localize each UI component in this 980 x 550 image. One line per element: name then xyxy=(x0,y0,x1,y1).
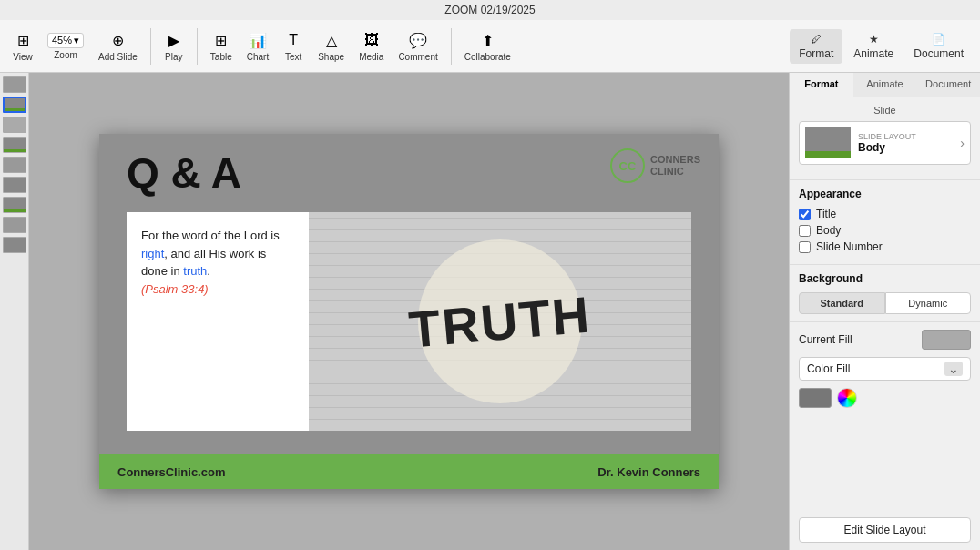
checkbox-title[interactable] xyxy=(799,209,811,220)
footer-left: ConnersClinic.com xyxy=(117,465,225,479)
document-icon: 📄 xyxy=(932,33,945,46)
text-button[interactable]: T Text xyxy=(278,30,309,62)
layout-label: Slide Layout xyxy=(858,132,953,141)
view-button[interactable]: ⊞ View xyxy=(7,30,38,62)
fill-label: Current Fill xyxy=(799,333,852,346)
slide-title: Q & A xyxy=(127,152,691,194)
fill-preview xyxy=(922,330,971,350)
slide-panel xyxy=(0,73,29,550)
checkbox-slide-number-label: Slide Number xyxy=(816,240,883,253)
text-icon: T xyxy=(283,30,303,50)
thumb-container-7 xyxy=(3,197,26,213)
layout-preview[interactable]: Slide Layout Body › xyxy=(799,121,971,165)
checkbox-slide-number-row: Slide Number xyxy=(799,240,971,253)
title-bar: ZOOM 02/19/2025 xyxy=(0,0,980,20)
slide-thumbnail-2[interactable] xyxy=(3,97,26,113)
shape-button[interactable]: △ Shape xyxy=(312,30,350,62)
add-slide-button[interactable]: ⊕ Add Slide xyxy=(93,30,143,62)
color-swatch[interactable] xyxy=(799,388,832,408)
thumb-container-9 xyxy=(3,237,26,253)
comment-button[interactable]: 💬 Comment xyxy=(393,30,443,62)
swatch-row xyxy=(799,388,971,408)
checkbox-title-row: Title xyxy=(799,208,971,220)
color-fill-row[interactable]: Color Fill ⌄ xyxy=(799,357,971,381)
document-tab-button[interactable]: 📄 Document xyxy=(904,29,973,64)
format-tab-button[interactable]: 🖊 Format xyxy=(790,29,842,64)
fill-row: Current Fill xyxy=(799,330,971,350)
logo-text: CONNERSCLINIC xyxy=(650,154,700,178)
collaborate-icon: ⬆ xyxy=(477,30,497,50)
chart-button[interactable]: 📊 Chart xyxy=(241,30,274,62)
slide-thumbnail-3[interactable] xyxy=(3,117,26,133)
slide[interactable]: Q & A CC CONNERSCLINIC For the word of t… xyxy=(99,134,719,489)
slide-thumbnail-8[interactable] xyxy=(3,217,26,233)
divider-1 xyxy=(150,28,151,65)
right-panel: Format Animate Document Slide Slide Layo… xyxy=(789,73,980,550)
media-icon: 🖼 xyxy=(362,30,382,50)
comment-icon: 💬 xyxy=(408,30,428,50)
footer-right: Dr. Kevin Conners xyxy=(597,465,700,479)
checkbox-body-label: Body xyxy=(816,224,841,237)
tab-format[interactable]: Format xyxy=(790,73,853,97)
slide-thumbnail-9[interactable] xyxy=(3,237,26,253)
thumb-container-1 xyxy=(3,76,26,93)
thumb-container-8 xyxy=(3,217,26,233)
color-wheel-button[interactable] xyxy=(837,388,857,408)
fill-section: Current Fill Color Fill ⌄ xyxy=(790,321,980,415)
tab-animate[interactable]: Animate xyxy=(853,73,917,97)
zoom-select[interactable]: 45% ▾ xyxy=(47,33,84,48)
slide-truth-image: TRUTH xyxy=(309,212,691,431)
animate-tab-button[interactable]: ★ Animate xyxy=(844,29,903,64)
standard-button[interactable]: Standard xyxy=(799,292,885,314)
media-button[interactable]: 🖼 Media xyxy=(353,30,389,62)
slide-thumbnail-4[interactable] xyxy=(3,137,26,153)
table-icon: ⊞ xyxy=(211,30,231,50)
thumb-container-6 xyxy=(3,177,26,193)
play-button[interactable]: ▶ Play xyxy=(158,30,189,62)
slide-thumbnail-7[interactable] xyxy=(3,197,26,213)
thumb-container-3 xyxy=(3,117,26,133)
slide-text-box: For the word of the Lord is right, and a… xyxy=(127,212,309,431)
layout-info: Slide Layout Body xyxy=(858,132,953,154)
chevron-down-icon-fill: ⌄ xyxy=(944,362,963,376)
slide-thumbnail-1[interactable] xyxy=(3,76,26,93)
chevron-down-icon: › xyxy=(960,136,965,150)
appearance-section: Appearance Title Body Slide Number xyxy=(790,179,980,264)
checkbox-slide-number[interactable] xyxy=(799,241,811,253)
slide-thumbnail-5[interactable] xyxy=(3,157,26,173)
divider-2 xyxy=(197,28,198,65)
checkbox-body-row: Body xyxy=(799,224,971,237)
edit-layout-button[interactable]: Edit Slide Layout xyxy=(799,517,971,543)
slide-logo: CC CONNERSCLINIC xyxy=(610,148,700,183)
slide-footer: ConnersClinic.com Dr. Kevin Conners xyxy=(99,454,719,489)
right-tabs: 🖊 Format ★ Animate 📄 Document xyxy=(790,29,973,64)
layout-thumb-bar xyxy=(805,151,851,158)
animate-icon: ★ xyxy=(869,33,879,46)
toolbar: ⊞ View 45% ▾ Zoom ⊕ Add Slide ▶ Play ⊞ T… xyxy=(0,20,980,73)
view-icon: ⊞ xyxy=(13,30,33,50)
panel-tabs: Format Animate Document xyxy=(790,73,980,97)
layout-thumb xyxy=(805,127,851,158)
panel-section-title: Slide xyxy=(799,105,971,116)
divider-3 xyxy=(451,28,452,65)
app-title: ZOOM 02/19/2025 xyxy=(444,4,535,16)
table-button[interactable]: ⊞ Table xyxy=(205,30,238,62)
slide-thumbnail-6[interactable] xyxy=(3,177,26,193)
appearance-title: Appearance xyxy=(799,188,971,200)
background-title: Background xyxy=(799,272,971,285)
checkbox-body[interactable] xyxy=(799,225,811,237)
collaborate-button[interactable]: ⬆ Collaborate xyxy=(459,30,516,62)
format-icon: 🖊 xyxy=(811,33,822,46)
background-buttons: Standard Dynamic xyxy=(799,292,971,314)
dynamic-button[interactable]: Dynamic xyxy=(885,292,972,314)
canvas-area[interactable]: Q & A CC CONNERSCLINIC For the word of t… xyxy=(29,73,789,550)
zoom-control[interactable]: 45% ▾ Zoom xyxy=(42,33,89,60)
background-section: Background Standard Dynamic xyxy=(790,264,980,321)
chart-icon: 📊 xyxy=(248,30,268,50)
play-icon: ▶ xyxy=(164,30,184,50)
tab-document[interactable]: Document xyxy=(916,73,980,97)
add-slide-icon: ⊕ xyxy=(107,30,128,50)
checkbox-title-label: Title xyxy=(816,208,836,220)
logo-circle: CC xyxy=(610,148,645,183)
slide-image-area: For the word of the Lord is right, and a… xyxy=(127,212,691,431)
